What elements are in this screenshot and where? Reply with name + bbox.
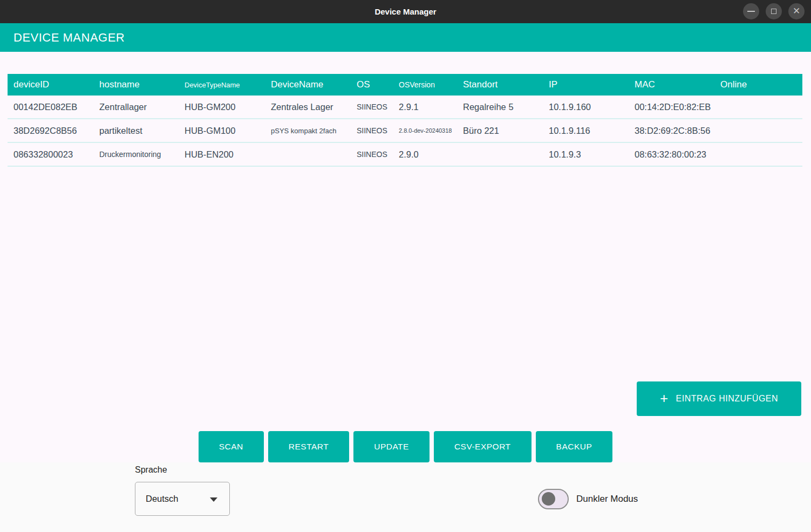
cell-standort: Regalreihe 5 xyxy=(457,102,543,112)
chevron-down-icon xyxy=(210,497,217,502)
close-icon: ✕ xyxy=(788,3,805,19)
cell-deviceid: 00142DE082EB xyxy=(8,102,93,112)
csv-export-button[interactable]: CSV-EXPORT xyxy=(434,431,531,462)
cell-hostname: partikeltest xyxy=(93,126,179,136)
maximize-icon xyxy=(771,9,776,14)
add-entry-button[interactable]: + EINTRAG HINZUFÜGEN xyxy=(637,381,801,416)
cell-ip: 10.1.9.3 xyxy=(543,149,629,160)
cell-ip: 10.1.9.160 xyxy=(543,102,629,112)
table-row[interactable]: 00142DE082EB Zentrallager HUB-GM200 Zent… xyxy=(8,96,802,119)
cell-osversion: 2.9.0 xyxy=(393,149,457,160)
column-header-standort[interactable]: Standort xyxy=(457,79,543,90)
cell-devicename: Zentrales Lager xyxy=(265,102,351,112)
minimize-icon xyxy=(747,11,755,12)
cell-mac: 38:D2:69:2C:8B:56 xyxy=(629,126,714,136)
column-header-deviceid[interactable]: deviceID xyxy=(8,79,93,90)
cell-ip: 10.1.9.116 xyxy=(543,126,629,136)
cell-osversion: 2.9.1 xyxy=(393,102,457,112)
column-header-os[interactable]: OS xyxy=(351,79,393,90)
cell-online xyxy=(714,126,802,136)
cell-os: SIINEOS xyxy=(351,103,393,111)
column-header-ip[interactable]: IP xyxy=(543,79,629,90)
cell-online xyxy=(714,102,802,112)
cell-os: SIINEOS xyxy=(351,126,393,135)
column-header-devicetypename[interactable]: DeviceTypeName xyxy=(179,81,265,89)
cell-deviceid: 086332800023 xyxy=(8,149,93,160)
language-select[interactable]: Deutsch xyxy=(135,482,230,516)
cell-os: SIINEOS xyxy=(351,150,393,159)
window-controls: ✕ xyxy=(743,3,805,19)
cell-online xyxy=(714,149,802,160)
column-header-online[interactable]: Online xyxy=(714,79,802,90)
minimize-button[interactable] xyxy=(743,3,759,19)
table-row[interactable]: 086332800023 Druckermonitoring HUB-EN200… xyxy=(8,143,802,167)
app-header: DEVICE MANAGER xyxy=(0,23,811,52)
plus-icon: + xyxy=(660,391,669,405)
window-title: Device Manager xyxy=(374,7,436,16)
cell-hostname: Druckermonitoring xyxy=(93,150,179,159)
cell-standort: Büro 221 xyxy=(457,126,543,136)
dark-mode-setting: Dunkler Modus xyxy=(538,489,638,509)
cell-hostname: Zentrallager xyxy=(93,102,179,112)
cell-devicetypename: HUB-GM100 xyxy=(179,126,265,136)
update-button[interactable]: UPDATE xyxy=(353,431,430,462)
column-header-hostname[interactable]: hostname xyxy=(93,79,179,90)
dark-mode-toggle[interactable] xyxy=(538,489,569,509)
close-button[interactable]: ✕ xyxy=(788,3,805,19)
toggle-knob xyxy=(542,492,555,506)
column-header-devicename[interactable]: DeviceName xyxy=(265,79,351,90)
cell-deviceid: 38D2692C8B56 xyxy=(8,126,93,136)
cell-devicename: pSYS kompakt 2fach xyxy=(265,127,351,135)
settings-panel: Sprache Deutsch Dunkler Modus xyxy=(0,462,811,532)
action-button-row: SCAN RESTART UPDATE CSV-EXPORT BACKUP xyxy=(0,431,811,462)
maximize-button[interactable] xyxy=(766,3,782,19)
cell-devicetypename: HUB-EN200 xyxy=(179,149,265,160)
cell-mac: 00:14:2D:E0:82:EB xyxy=(629,102,714,112)
column-header-osversion[interactable]: OSVersion xyxy=(393,80,457,89)
page-title: DEVICE MANAGER xyxy=(13,31,125,45)
cell-mac: 08:63:32:80:00:23 xyxy=(629,149,714,160)
language-label: Sprache xyxy=(135,465,167,475)
device-table: deviceID hostname DeviceTypeName DeviceN… xyxy=(8,74,802,167)
restart-button[interactable]: RESTART xyxy=(268,431,349,462)
add-entry-label: EINTRAG HINZUFÜGEN xyxy=(676,394,778,404)
column-header-mac[interactable]: MAC xyxy=(629,79,714,90)
cell-devicetypename: HUB-GM200 xyxy=(179,102,265,112)
titlebar: Device Manager ✕ xyxy=(0,0,811,23)
language-selected-value: Deutsch xyxy=(146,494,179,504)
backup-button[interactable]: BACKUP xyxy=(536,431,613,462)
dark-mode-label: Dunkler Modus xyxy=(576,494,638,504)
table-row[interactable]: 38D2692C8B56 partikeltest HUB-GM100 pSYS… xyxy=(8,119,802,143)
scan-button[interactable]: SCAN xyxy=(199,431,264,462)
cell-osversion: 2.8.0-dev-20240318 xyxy=(393,127,457,134)
table-header-row: deviceID hostname DeviceTypeName DeviceN… xyxy=(8,74,802,96)
